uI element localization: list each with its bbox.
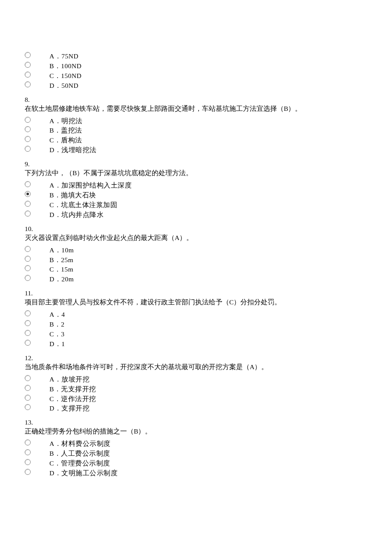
- radio-icon[interactable]: [25, 201, 31, 207]
- option-row: A．加深围护结构入土深度: [25, 180, 132, 190]
- question-number: 13.: [25, 418, 367, 427]
- option-label: C．逆作法开挖: [49, 394, 96, 404]
- option-label: B．抛填大石块: [49, 190, 132, 200]
- radio-icon[interactable]: [25, 52, 31, 58]
- radio-icon[interactable]: [25, 62, 31, 68]
- option-label: B．100ND: [49, 61, 81, 71]
- option-row: D．50ND: [25, 81, 81, 90]
- radio-icon[interactable]: [25, 395, 31, 401]
- radio-icon[interactable]: [25, 191, 31, 197]
- radio-icon[interactable]: [25, 439, 31, 445]
- option-row: B．25m: [25, 255, 74, 265]
- option-row: A．明挖法: [25, 116, 97, 126]
- radio-icon[interactable]: [25, 459, 31, 465]
- radio-cell: [25, 180, 49, 190]
- option-label: B．2: [49, 319, 65, 329]
- option-label: A．加深围护结构入土深度: [49, 180, 132, 190]
- radio-cell: [25, 125, 49, 135]
- radio-icon[interactable]: [25, 181, 31, 187]
- option-label: D．浅埋暗挖法: [49, 145, 97, 155]
- option-row: C．管理费公示制度: [25, 458, 118, 468]
- option-row: C．3: [25, 329, 65, 339]
- question-block: 11.项目部主要管理人员与投标文件不符，建设行政主管部门执法给予（C）分扣分处罚…: [25, 289, 367, 349]
- radio-cell: [25, 210, 49, 220]
- radio-icon[interactable]: [25, 340, 31, 346]
- radio-cell: [25, 329, 49, 339]
- radio-icon[interactable]: [25, 246, 31, 252]
- options-group: A．明挖法B．盖挖法C．盾构法D．浅埋暗挖法: [25, 116, 97, 155]
- radio-icon[interactable]: [25, 72, 31, 78]
- option-label: C．15m: [49, 264, 74, 274]
- option-row: A．4: [25, 309, 65, 319]
- option-label: C．150ND: [49, 71, 81, 81]
- radio-icon[interactable]: [25, 117, 31, 123]
- radio-icon[interactable]: [25, 146, 31, 152]
- option-label: B．盖挖法: [49, 125, 97, 135]
- option-label: B．25m: [49, 255, 74, 265]
- radio-icon[interactable]: [25, 265, 31, 271]
- question-stem: 在软土地层修建地铁车站，需要尽快恢复上部路面交通时，车站基坑施工方法宜选择（B）…: [25, 104, 367, 113]
- question-block: 13.正确处理劳务分包纠纷的措施之一（B）。A．材料费公示制度B．人工费公示制度…: [25, 418, 367, 478]
- question-block: 9.下列方法中，（B）不属于深基坑坑底稳定的处理方法。A．加深围护结构入土深度B…: [25, 160, 367, 220]
- radio-icon[interactable]: [25, 136, 31, 142]
- option-label: D．坑内井点降水: [49, 210, 132, 220]
- option-row: B．2: [25, 319, 65, 329]
- question-stem: 下列方法中，（B）不属于深基坑坑底稳定的处理方法。: [25, 169, 367, 178]
- options-group: A．4B．2C．3D．1: [25, 309, 65, 349]
- option-label: C．管理费公示制度: [49, 458, 118, 468]
- radio-cell: [25, 439, 49, 448]
- question-stem: 正确处理劳务分包纠纷的措施之一（B）。: [25, 427, 367, 436]
- options-group: A．材料费公示制度B．人工费公示制度C．管理费公示制度D．文明施工公示制度: [25, 439, 118, 478]
- radio-icon[interactable]: [25, 211, 31, 217]
- radio-cell: [25, 190, 49, 200]
- option-row: D．1: [25, 339, 65, 349]
- radio-cell: [25, 200, 49, 210]
- option-label: B．人工费公示制度: [49, 448, 118, 458]
- radio-cell: [25, 255, 49, 265]
- radio-icon[interactable]: [25, 375, 31, 381]
- radio-cell: [25, 384, 49, 394]
- radio-icon[interactable]: [25, 330, 31, 336]
- radio-cell: [25, 61, 49, 71]
- option-row: B．100ND: [25, 61, 81, 71]
- question-block: 10.灭火器设置点到临时动火作业起火点的最大距离（A）。A．10mB．25mC．…: [25, 225, 367, 284]
- options-group: A．放坡开挖B．无支撑开挖C．逆作法开挖D．支撑开挖: [25, 374, 96, 413]
- radio-icon[interactable]: [25, 320, 31, 326]
- radio-icon[interactable]: [25, 449, 31, 455]
- radio-cell: [25, 274, 49, 284]
- options-group: A．75NDB．100NDC．150NDD．50ND: [25, 51, 81, 90]
- radio-cell: [25, 468, 49, 478]
- option-label: D．支撑开挖: [49, 403, 96, 413]
- radio-icon[interactable]: [25, 469, 31, 475]
- option-label: A．10m: [49, 245, 74, 255]
- radio-icon[interactable]: [25, 126, 31, 132]
- option-row: B．抛填大石块: [25, 190, 132, 200]
- radio-cell: [25, 51, 49, 61]
- radio-cell: [25, 374, 49, 384]
- question-stem: 当地质条件和场地条件许可时，开挖深度不大的基坑最可取的开挖方案是（A）。: [25, 363, 367, 372]
- radio-cell: [25, 458, 49, 468]
- radio-icon[interactable]: [25, 81, 31, 87]
- question-stem: 项目部主要管理人员与投标文件不符，建设行政主管部门执法给予（C）分扣分处罚。: [25, 298, 367, 307]
- radio-cell: [25, 309, 49, 319]
- option-row: C．坑底土体注浆加固: [25, 200, 132, 210]
- option-row: D．浅埋暗挖法: [25, 145, 97, 155]
- radio-cell: [25, 245, 49, 255]
- radio-cell: [25, 135, 49, 145]
- option-row: B．盖挖法: [25, 125, 97, 135]
- radio-cell: [25, 71, 49, 81]
- option-row: D．20m: [25, 274, 74, 284]
- option-label: D．1: [49, 339, 65, 349]
- radio-icon[interactable]: [25, 256, 31, 262]
- option-row: B．无支撑开挖: [25, 384, 96, 394]
- radio-icon[interactable]: [25, 385, 31, 391]
- radio-icon[interactable]: [25, 275, 31, 281]
- question-number: 11.: [25, 289, 367, 298]
- option-row: C．盾构法: [25, 135, 97, 145]
- radio-icon[interactable]: [25, 310, 31, 316]
- option-row: A．材料费公示制度: [25, 439, 118, 448]
- option-label: D．文明施工公示制度: [49, 468, 118, 478]
- option-label: A．明挖法: [49, 116, 97, 126]
- option-label: A．75ND: [49, 51, 81, 61]
- radio-icon[interactable]: [25, 404, 31, 410]
